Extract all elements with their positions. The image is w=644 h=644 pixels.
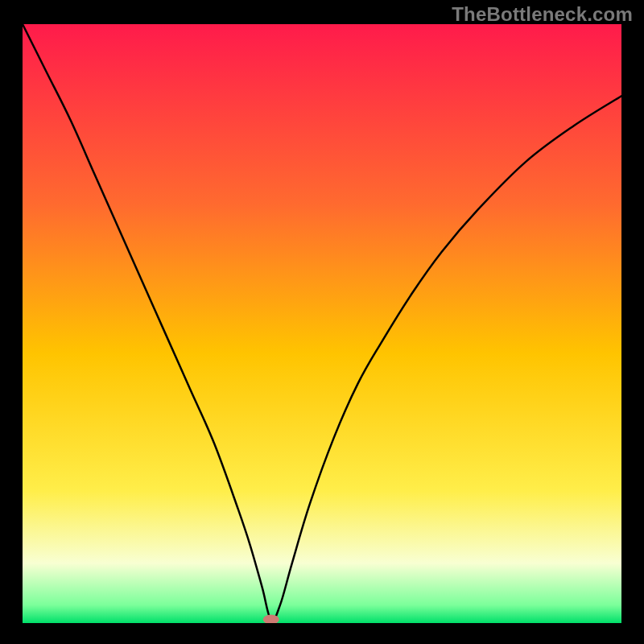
chart-svg: [23, 24, 621, 623]
watermark-text: TheBottleneck.com: [452, 3, 633, 26]
gradient-background: [23, 24, 621, 623]
plot-area: [23, 24, 621, 623]
chart-frame: TheBottleneck.com: [0, 0, 644, 644]
